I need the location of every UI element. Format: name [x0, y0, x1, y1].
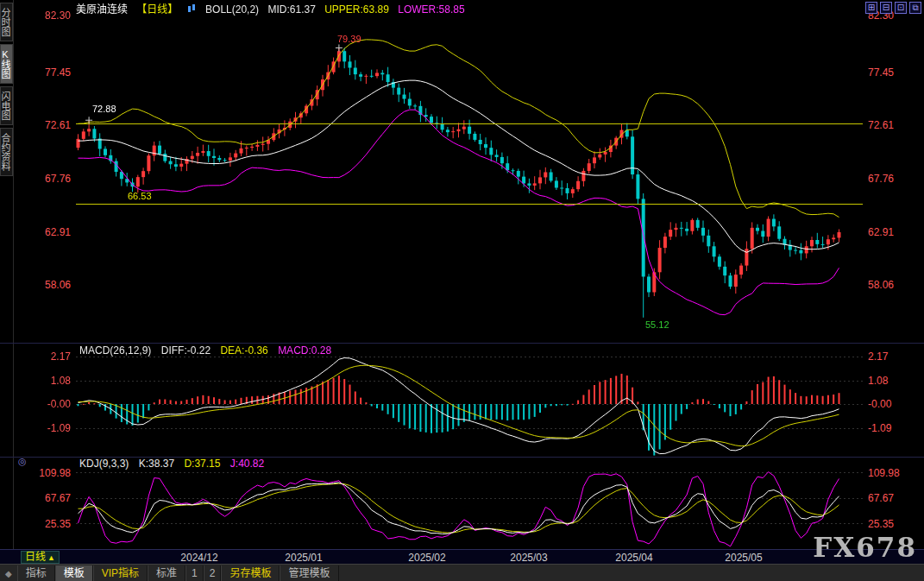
price-axis-label-left: 77.45 — [17, 66, 71, 79]
macd-title[interactable]: MACD(26,12,9) — [79, 344, 151, 357]
macd-axis-label-left: -0.00 — [17, 398, 71, 410]
toolbar-indicators[interactable]: 指标 — [17, 565, 55, 581]
boll-mid-value: MID:61.37 — [267, 3, 315, 16]
kdj-axis-label-right: 25.35 — [868, 518, 921, 530]
kdj-axis-label-right: 109.98 — [868, 467, 921, 479]
boll-lower-value: LOWER:58.85 — [398, 3, 464, 16]
bottom-toolbar: ◆ 指标模板VIP指标标准12另存模板管理模板 — [0, 564, 924, 581]
symbol-name: 美原油连续 — [76, 3, 128, 16]
price-axis-label-right: 72.61 — [868, 119, 921, 131]
kdj-j-value: J:40.82 — [230, 458, 264, 470]
kdj-k-value: K:38.37 — [139, 458, 174, 470]
candlestick-chart[interactable] — [76, 12, 863, 344]
boll-label[interactable]: BOLL(20,2) — [205, 3, 259, 16]
sidebar-item-time-chart[interactable]: 分时图 — [0, 3, 13, 41]
price-axis-label-left: 72.61 — [17, 119, 71, 131]
macd-chart[interactable] — [76, 354, 863, 456]
grid-layout-icon[interactable]: ⊞ — [865, 2, 877, 14]
sidebar-item-kline-chart[interactable]: K线图 — [0, 44, 13, 84]
kdj-d-value: D:37.15 — [184, 458, 220, 470]
indicator-icon[interactable] — [187, 3, 197, 16]
kdj-axis-label-left: 25.35 — [17, 518, 71, 530]
kdj-chart[interactable] — [76, 470, 863, 549]
macd-axis-label-left: 2.17 — [17, 350, 71, 363]
price-axis-label-left: 67.76 — [17, 173, 71, 185]
toolbar-standard[interactable]: 标准 — [148, 565, 185, 581]
sidebar-item-contract-info[interactable]: 合约资料 — [0, 128, 13, 176]
price-axis-label-right: 67.76 — [868, 173, 921, 185]
chart-annotation: 66.53 — [128, 191, 152, 201]
time-axis-label: 2025/04 — [608, 552, 660, 564]
sidebar-item-flash-chart[interactable]: 闪电图 — [0, 86, 13, 125]
window-controls: ⊞⊟⊡⧉ — [865, 2, 921, 14]
time-axis: 日线▲ 2024/122025/012025/022025/032025/042… — [0, 549, 924, 565]
price-axis-label-left: 82.30 — [17, 9, 71, 22]
kdj-axis-label-right: 67.67 — [868, 492, 921, 504]
kdj-title[interactable]: KDJ(9,3,3) — [79, 458, 129, 470]
macd-axis-label-left: 1.08 — [17, 375, 71, 387]
time-axis-label: 2024/12 — [173, 552, 225, 564]
macd-header: MACD(26,12,9) DIFF:-0.22 DEA:-0.36 MACD:… — [79, 344, 338, 357]
kdj-axis-label-left: 109.98 — [17, 467, 71, 479]
toolbar-menu-icon[interactable]: ◆ — [5, 569, 12, 578]
time-axis-label: 2025/03 — [503, 552, 555, 564]
split-horizontal-icon[interactable]: ⊟ — [880, 2, 892, 14]
price-axis-label-left: 58.06 — [17, 279, 71, 291]
panel-separator — [0, 343, 924, 344]
period-tag: 【日线】 — [136, 3, 178, 16]
macd-axis-label-right: -0.00 — [868, 398, 921, 410]
boll-upper-value: UPPER:63.89 — [324, 3, 389, 16]
price-axis-label-right: 62.91 — [868, 226, 921, 238]
toolbar-save-template[interactable]: 另存模板 — [221, 565, 280, 581]
toolbar-vip-indicators[interactable]: VIP指标 — [93, 565, 148, 581]
macd-diff-value: DIFF:-0.22 — [161, 344, 211, 357]
price-axis-label-right: 58.06 — [868, 279, 921, 291]
macd-axis-label-right: 2.17 — [868, 350, 921, 363]
chart-annotation: 79.39 — [337, 34, 361, 44]
chart-annotation: 72.88 — [92, 104, 116, 114]
macd-axis-label-right: 1.08 — [868, 375, 921, 387]
toolbar-manage-template[interactable]: 管理模板 — [280, 565, 338, 581]
indicator-settings-icon[interactable]: ◎ — [18, 456, 27, 467]
toolbar-layout-1[interactable]: 1 — [185, 565, 204, 581]
macd-axis-label-left: -1.09 — [17, 422, 71, 434]
time-axis-label: 2025/02 — [401, 552, 453, 564]
price-axis-label-left: 62.91 — [17, 226, 71, 238]
split-vertical-icon[interactable]: ⊡ — [895, 2, 907, 14]
trading-terminal: 分时图K线图闪电图合约资料 美原油连续 【日线】 BOLL(20,2) MID:… — [0, 0, 924, 581]
maximize-icon[interactable]: ⧉ — [909, 2, 921, 14]
chevron-up-icon: ▲ — [47, 553, 55, 562]
time-axis-label: 2025/05 — [718, 552, 770, 564]
toolbar-templates[interactable]: 模板 — [55, 565, 93, 581]
macd-axis-label-right: -1.09 — [868, 422, 921, 434]
period-selector[interactable]: 日线▲ — [21, 551, 60, 564]
toolbar-layout-2[interactable]: 2 — [204, 565, 222, 581]
period-selector-label: 日线 — [25, 551, 46, 563]
macd-macd-value: MACD:0.28 — [278, 344, 331, 357]
chart-type-sidebar: 分时图K线图闪电图合约资料 — [0, 0, 14, 549]
price-axis-label-right: 77.45 — [868, 66, 921, 79]
kdj-axis-label-left: 67.67 — [17, 492, 71, 504]
time-axis-label: 2025/01 — [278, 552, 330, 564]
chart-header: 美原油连续 【日线】 BOLL(20,2) MID:61.37 UPPER:63… — [76, 1, 471, 16]
kdj-header: KDJ(9,3,3) K:38.37 D:37.15 J:40.82 — [79, 458, 271, 470]
chart-annotation: 55.12 — [645, 319, 669, 330]
macd-dea-value: DEA:-0.36 — [220, 344, 267, 357]
